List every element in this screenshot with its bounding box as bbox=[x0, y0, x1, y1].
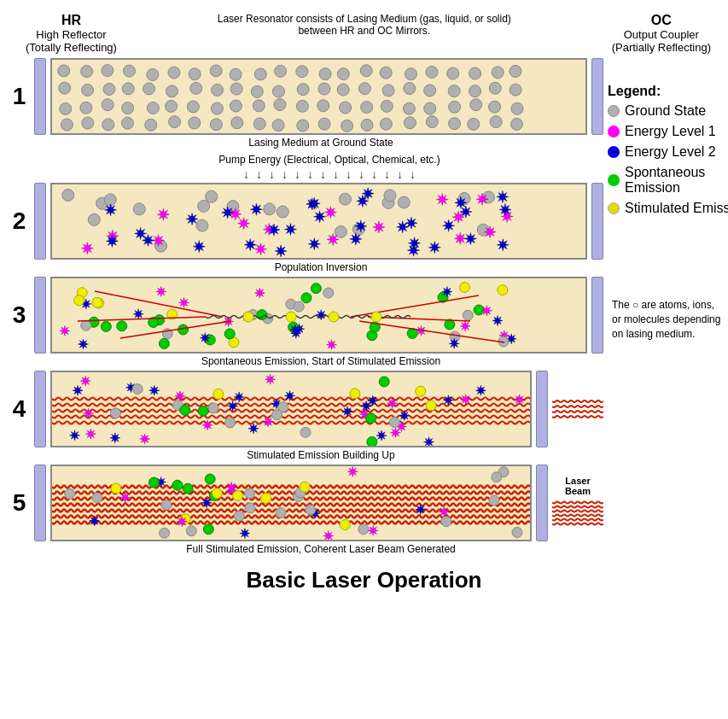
oc-sub1: Output Coupler bbox=[612, 28, 711, 41]
legend-item-stim: Stimulated Emission bbox=[608, 201, 728, 216]
legend-level1-dot bbox=[608, 126, 620, 137]
legend-spont-label: Spontaneous Emission bbox=[625, 165, 728, 196]
step-4-row: 4 bbox=[9, 371, 603, 447]
hr-sub1: High Reflector bbox=[26, 28, 117, 41]
legend-stim-dot bbox=[608, 202, 620, 214]
hr-title: HR bbox=[26, 13, 117, 28]
step-3-medium bbox=[50, 277, 587, 354]
legend: Legend: Ground State Energy Level 1 Ener… bbox=[608, 84, 728, 221]
legend-level2-dot bbox=[608, 146, 620, 158]
legend-stim-label: Stimulated Emission bbox=[625, 201, 728, 216]
step-5-caption: Full Stimulated Emission, Coherent Laser… bbox=[9, 543, 603, 555]
step-4-caption: Stimulated Emission Building Up bbox=[9, 449, 603, 461]
pump-arrow-7: ↓ bbox=[320, 167, 326, 181]
pump-arrow-1: ↓ bbox=[243, 167, 249, 181]
step-3-caption: Spontaneous Emission, Start of Stimulate… bbox=[9, 355, 603, 367]
page-title: Basic Laser Operation bbox=[0, 567, 728, 593]
legend-title: Legend: bbox=[608, 84, 728, 99]
pump-arrow-9: ↓ bbox=[346, 167, 352, 181]
legend-level2-label: Energy Level 2 bbox=[625, 144, 716, 160]
step-5-wrap: 5 LaserBeam Full Stimulated Emission, Co… bbox=[9, 465, 603, 555]
legend-level1-label: Energy Level 1 bbox=[625, 124, 716, 139]
step-2-caption: Population Inversion bbox=[9, 261, 603, 273]
step-5-mirror-left bbox=[34, 465, 46, 541]
legend-spont-dot bbox=[608, 174, 620, 186]
step-4-beam-output bbox=[552, 396, 603, 422]
step-5-row: 5 LaserBeam bbox=[9, 465, 603, 541]
header: HR High Reflector (Totally Reflecting) L… bbox=[0, 9, 728, 58]
legend-item-level1: Energy Level 1 bbox=[608, 124, 728, 139]
note-text: The ○ are atoms, ions, or molecules depe… bbox=[612, 299, 720, 340]
pump-arrow-12: ↓ bbox=[384, 167, 390, 181]
step-2-mirror-right bbox=[591, 183, 603, 260]
step-5-mirror-right bbox=[536, 465, 548, 541]
legend-ground-dot bbox=[608, 105, 620, 117]
pump-arrow-2: ↓ bbox=[256, 167, 262, 181]
pump-arrow-6: ↓ bbox=[307, 167, 313, 181]
pump-arrow-3: ↓ bbox=[269, 167, 275, 181]
step-4-medium bbox=[50, 371, 532, 447]
step-2-wrap: 2 Population Inversion bbox=[9, 183, 603, 273]
step-2-row: 2 bbox=[9, 183, 603, 260]
pump-area: Pump Energy (Electrical, Optical, Chemic… bbox=[9, 152, 603, 183]
pump-arrows: ↓ ↓ ↓ ↓ ↓ ↓ ↓ ↓ ↓ ↓ ↓ ↓ ↓ ↓ bbox=[243, 167, 416, 181]
step-3-number: 3 bbox=[9, 301, 30, 329]
oc-label: OC Output Coupler (Partially Reflecting) bbox=[612, 13, 711, 54]
step-3-mirror-right bbox=[591, 277, 603, 354]
pump-arrow-4: ↓ bbox=[282, 167, 288, 181]
step-4-mirror-right bbox=[536, 371, 548, 447]
hr-sub2: (Totally Reflecting) bbox=[26, 41, 117, 54]
note-panel: The ○ are atoms, ions, or molecules depe… bbox=[608, 294, 727, 345]
step-1-mirror-left bbox=[34, 58, 46, 135]
pump-text: Pump Energy (Electrical, Optical, Chemic… bbox=[218, 154, 440, 166]
header-description: Laser Resonator consists of Lasing Mediu… bbox=[202, 13, 527, 37]
step-1-caption: Lasing Medium at Ground State bbox=[9, 137, 603, 149]
step-2-mirror-left bbox=[34, 183, 46, 260]
step-1-medium bbox=[50, 58, 587, 135]
right-panel: Legend: Ground State Energy Level 1 Ener… bbox=[608, 58, 728, 558]
diagram-area: 1 Lasing Medium at Ground State Pump Ene… bbox=[0, 58, 728, 558]
main-container: HR High Reflector (Totally Reflecting) L… bbox=[0, 0, 728, 606]
legend-item-level2: Energy Level 2 bbox=[608, 144, 728, 160]
legend-item-spont: Spontaneous Emission bbox=[608, 165, 728, 196]
pump-arrow-10: ↓ bbox=[358, 167, 364, 181]
step-2-medium bbox=[50, 183, 587, 260]
pump-arrow-13: ↓ bbox=[397, 167, 403, 181]
step-1-number: 1 bbox=[9, 83, 30, 110]
pump-arrow-14: ↓ bbox=[410, 167, 416, 181]
step-1-wrap: 1 Lasing Medium at Ground State bbox=[9, 58, 603, 149]
pump-arrow-8: ↓ bbox=[333, 167, 339, 181]
step-3-mirror-left bbox=[34, 277, 46, 354]
step-4-number: 4 bbox=[9, 395, 30, 423]
laser-beam-label: LaserBeam bbox=[565, 476, 591, 496]
oc-sub2: (Partially Reflecting) bbox=[612, 41, 711, 54]
oc-title: OC bbox=[612, 13, 711, 28]
legend-ground-label: Ground State bbox=[625, 103, 706, 119]
steps-column: 1 Lasing Medium at Ground State Pump Ene… bbox=[9, 58, 603, 558]
step-5-number: 5 bbox=[9, 489, 30, 517]
pump-arrow-11: ↓ bbox=[371, 167, 377, 181]
step-4-wrap: 4 Stimulated Emission Building Up bbox=[9, 371, 603, 461]
step-1-row: 1 bbox=[9, 58, 603, 135]
pump-arrow-5: ↓ bbox=[294, 167, 300, 181]
step-4-mirror-left bbox=[34, 371, 46, 447]
step-1-mirror-right bbox=[591, 58, 603, 135]
step-3-wrap: 3 Spontaneous Emission, Start of Stimula… bbox=[9, 277, 603, 367]
step-3-row: 3 bbox=[9, 277, 603, 354]
hr-label: HR High Reflector (Totally Reflecting) bbox=[26, 13, 117, 54]
legend-item-ground: Ground State bbox=[608, 103, 728, 119]
step-2-number: 2 bbox=[9, 208, 30, 235]
step-5-medium bbox=[50, 465, 532, 541]
step-5-beam-output: LaserBeam bbox=[552, 476, 603, 530]
